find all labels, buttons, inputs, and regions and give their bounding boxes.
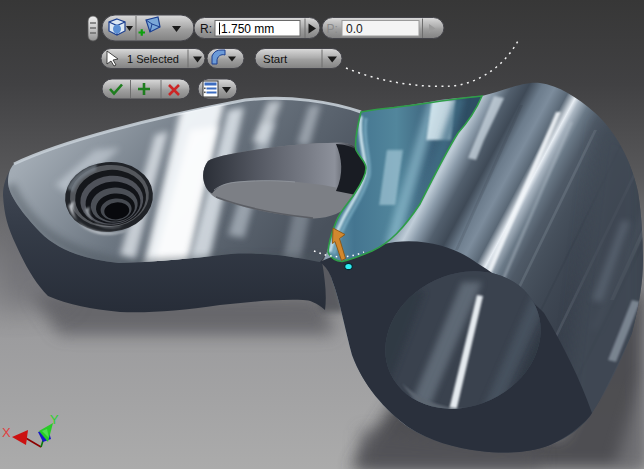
svg-text:Y: Y (50, 412, 59, 427)
svg-text:0.0: 0.0 (346, 22, 363, 36)
svg-text:1.750 mm: 1.750 mm (221, 22, 274, 36)
svg-text:1 Selected: 1 Selected (127, 53, 179, 65)
svg-text:P:: P: (327, 22, 338, 36)
svg-text:R:: R: (200, 22, 212, 36)
svg-text:Start: Start (263, 53, 288, 65)
svg-text:X: X (2, 425, 11, 440)
